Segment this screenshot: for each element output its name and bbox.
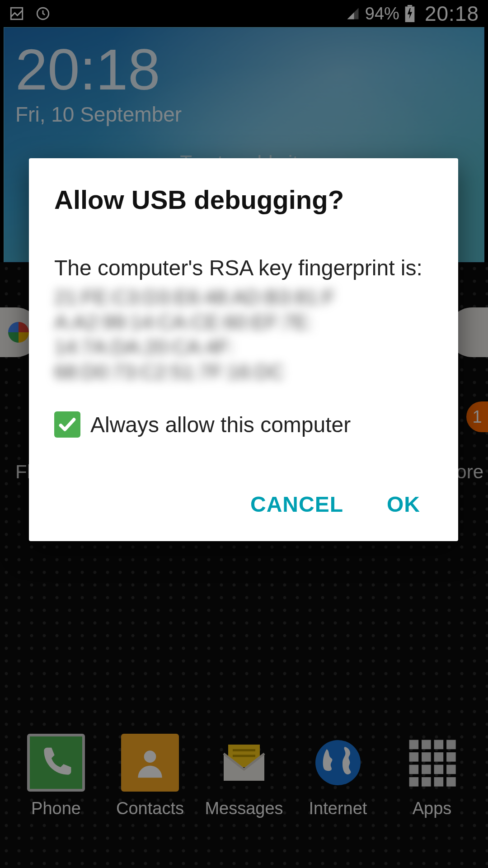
always-allow-label: Always allow this computer <box>90 412 351 437</box>
ok-button[interactable]: OK <box>383 487 424 521</box>
always-allow-row[interactable]: Always allow this computer <box>54 411 433 438</box>
always-allow-checkbox[interactable] <box>54 411 80 438</box>
dialog-message: The computer's RSA key fingerprint is: <box>54 255 433 280</box>
rsa-fingerprint: 21:FE:C3:D3:E6:48:AD:B3:81:F A:A2:99:14:… <box>54 285 433 384</box>
dialog-title: Allow USB debugging? <box>54 184 433 215</box>
cancel-button[interactable]: CANCEL <box>247 487 347 521</box>
dialog-actions: CANCEL OK <box>54 487 433 521</box>
usb-debugging-dialog: Allow USB debugging? The computer's RSA … <box>29 158 458 541</box>
